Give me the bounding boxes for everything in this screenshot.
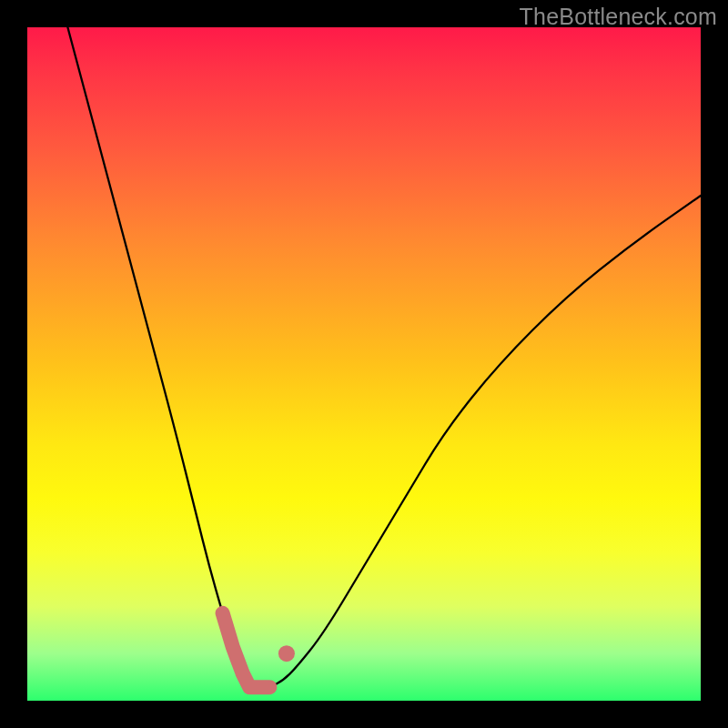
chart-svg	[27, 27, 701, 701]
curve-dot-icon	[278, 645, 295, 662]
optimal-zone-marker	[223, 613, 270, 687]
bottleneck-curve	[67, 27, 701, 687]
chart-frame: TheBottleneck.com	[0, 0, 728, 728]
watermark-label: TheBottleneck.com	[520, 4, 717, 30]
